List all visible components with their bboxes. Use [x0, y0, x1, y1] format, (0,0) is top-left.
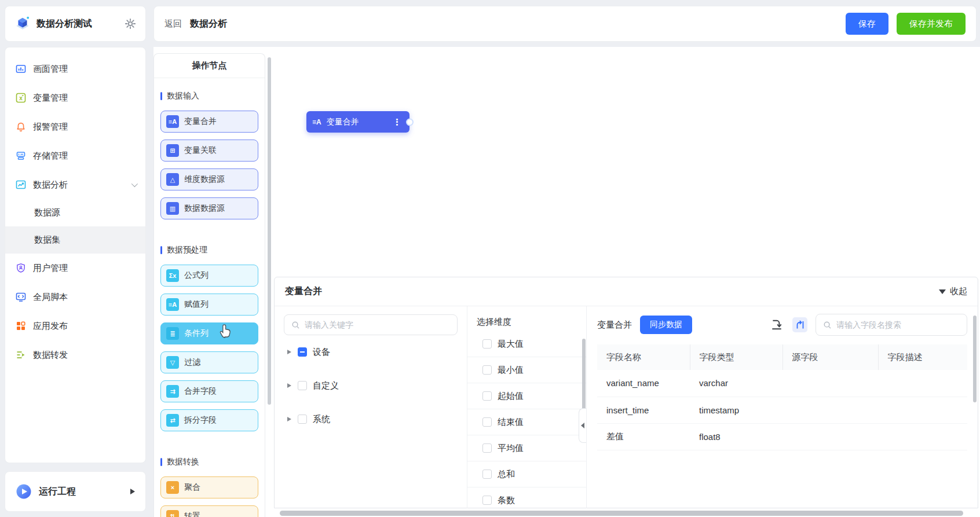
dimension-option-average[interactable]: 平均值 [467, 435, 586, 461]
checkbox[interactable] [482, 365, 492, 375]
table-row[interactable]: variant_name varchar [597, 370, 967, 397]
node-output-port[interactable] [406, 118, 414, 126]
checkbox[interactable] [482, 443, 492, 453]
settings-gear-icon[interactable] [125, 18, 136, 30]
sidebar-subitem-datasource[interactable]: 数据源 [5, 199, 145, 226]
sync-fields-icon[interactable] [792, 317, 807, 332]
table-row[interactable]: 差值 float8 [597, 423, 967, 450]
dimension-option-max[interactable]: 最大值 [467, 331, 586, 357]
table-row[interactable]: insert_time timestamp [597, 397, 967, 423]
node-menu-kebab-icon[interactable]: ⋮ [390, 117, 404, 127]
sidebar-subitem-dataset[interactable]: 数据集 [5, 226, 145, 254]
collapse-column-tab[interactable] [579, 408, 586, 443]
col-header-field-name: 字段名称 [597, 344, 690, 370]
hand-cursor-icon [219, 323, 233, 339]
node-panel-scrollbar[interactable] [268, 57, 271, 405]
sidebar-item-variable-management[interactable]: x 变量管理 [5, 83, 145, 112]
tree-node-device[interactable]: 设备 [284, 335, 458, 369]
filter-icon: ▽ [166, 356, 179, 369]
col-header-field-type: 字段类型 [690, 344, 782, 370]
node-item-variable-merge[interactable]: ≡A变量合并 [160, 111, 258, 133]
tree-search-input[interactable] [305, 320, 450, 329]
detail-panel-title: 变量合并 [285, 285, 939, 298]
sidebar-item-label: 画面管理 [33, 64, 68, 75]
section-data-input: 数据输入 [160, 91, 258, 101]
node-panel-body: 数据输入 ≡A变量合并 ⊞变量关联 △维度数据源 ▥数据数据源 数据预处理 Σx… [154, 78, 265, 517]
node-item-merge-fields[interactable]: ⇉合并字段 [160, 380, 258, 402]
save-publish-button[interactable]: 保存并发布 [897, 13, 966, 35]
dimension-option-start[interactable]: 起始值 [467, 383, 586, 409]
node-item-condition-column[interactable]: ≣条件列 [160, 322, 258, 344]
sidebar-item-screen-management[interactable]: 画面管理 [5, 54, 145, 83]
alarm-management-icon [16, 122, 26, 132]
checkbox[interactable] [482, 417, 492, 427]
split-fields-icon: ⇄ [166, 414, 179, 427]
col-header-source-field: 源字段 [782, 344, 878, 370]
sidebar-item-user-management[interactable]: 用户管理 [5, 254, 145, 283]
arrow-up-bar-icon [795, 320, 805, 330]
canvas-node-variable-merge[interactable]: ≡A 变量合并 ⋮ [306, 111, 409, 133]
node-item-dimension-datasource[interactable]: △维度数据源 [160, 168, 258, 190]
caret-right-icon[interactable] [287, 383, 291, 388]
node-item-aggregate[interactable]: ×聚合 [160, 476, 258, 498]
detail-panel-body: 设备 自定义 系统 选择维度 最大值 [275, 306, 978, 508]
dimension-select-column: 选择维度 最大值 最小值 起始值 结束值 平均值 总和 条数 [467, 306, 587, 508]
sidebar-item-label: 应用发布 [33, 321, 68, 332]
node-item-data-datasource[interactable]: ▥数据数据源 [160, 197, 258, 219]
fields-scrollbar[interactable] [973, 316, 977, 402]
sidebar-item-label: 报警管理 [33, 122, 68, 133]
horizontal-scrollbar[interactable] [280, 511, 963, 516]
fields-search-input[interactable] [836, 320, 960, 329]
fields-group-label: 变量合并 [597, 320, 632, 331]
sidebar-item-label: 数据分析 [33, 179, 68, 190]
sidebar-item-data-analysis[interactable]: 数据分析 [5, 170, 145, 199]
merge-fields-icon: ⇉ [166, 385, 179, 398]
section-gap [160, 226, 258, 239]
tree-node-system[interactable]: 系统 [284, 402, 458, 436]
fields-column: 变量合并 同步数据 [587, 306, 978, 508]
dimension-title: 选择维度 [467, 306, 586, 331]
caret-right-icon[interactable] [287, 417, 291, 421]
save-button[interactable]: 保存 [846, 13, 888, 35]
back-link[interactable]: 返回 [164, 19, 182, 30]
checkbox[interactable] [482, 496, 492, 505]
logo-card: 数据分析测试 [5, 6, 146, 42]
node-item-split-fields[interactable]: ⇄拆分字段 [160, 409, 258, 431]
checkbox[interactable] [482, 339, 492, 349]
node-item-transpose[interactable]: ⇅转置 [160, 505, 258, 517]
fields-table-header-row: 字段名称 字段类型 源字段 字段描述 [597, 344, 967, 370]
sidebar-item-global-script[interactable]: 全局脚本 [5, 283, 145, 311]
run-project[interactable]: 运行工程 [5, 471, 146, 512]
checkbox[interactable] [298, 415, 307, 424]
checkbox[interactable] [482, 391, 492, 401]
node-item-assign-column[interactable]: ≡A赋值列 [160, 294, 258, 316]
node-item-variable-relate[interactable]: ⊞变量关联 [160, 140, 258, 162]
node-item-formula-column[interactable]: Σx公式列 [160, 265, 258, 287]
sidebar-item-data-forward[interactable]: 数据转发 [5, 340, 145, 369]
dimension-option-min[interactable]: 最小值 [467, 357, 586, 383]
dimension-option-end[interactable]: 结束值 [467, 409, 586, 435]
checkbox-indeterminate[interactable] [298, 347, 307, 357]
run-project-label: 运行工程 [39, 486, 130, 498]
import-fields-icon[interactable] [770, 318, 783, 331]
checkbox[interactable] [482, 470, 492, 479]
formula-column-icon: Σx [166, 269, 179, 282]
operation-node-panel: 操作节点 数据输入 ≡A变量合并 ⊞变量关联 △维度数据源 ▥数据数据源 数据预… [153, 53, 265, 517]
sync-data-button[interactable]: 同步数据 [640, 316, 692, 334]
sidebar-item-label: 用户管理 [33, 263, 68, 274]
triangle-down-icon [939, 289, 946, 294]
node-panel-title: 操作节点 [154, 54, 265, 78]
tree-search [284, 314, 458, 335]
sidebar-item-alarm-management[interactable]: 报警管理 [5, 112, 145, 141]
node-item-filter[interactable]: ▽过滤 [160, 351, 258, 373]
user-management-icon [16, 263, 26, 273]
aggregate-icon: × [166, 481, 179, 494]
checkbox[interactable] [298, 381, 307, 390]
sidebar-item-app-publish[interactable]: 应用发布 [5, 311, 145, 340]
dimension-option-count[interactable]: 条数 [467, 487, 586, 514]
sidebar-item-storage-management[interactable]: 存储管理 [5, 141, 145, 170]
collapse-panel-button[interactable]: 收起 [939, 286, 967, 297]
tree-node-custom[interactable]: 自定义 [284, 369, 458, 402]
caret-right-icon[interactable] [287, 350, 291, 354]
dimension-option-sum[interactable]: 总和 [467, 461, 586, 487]
